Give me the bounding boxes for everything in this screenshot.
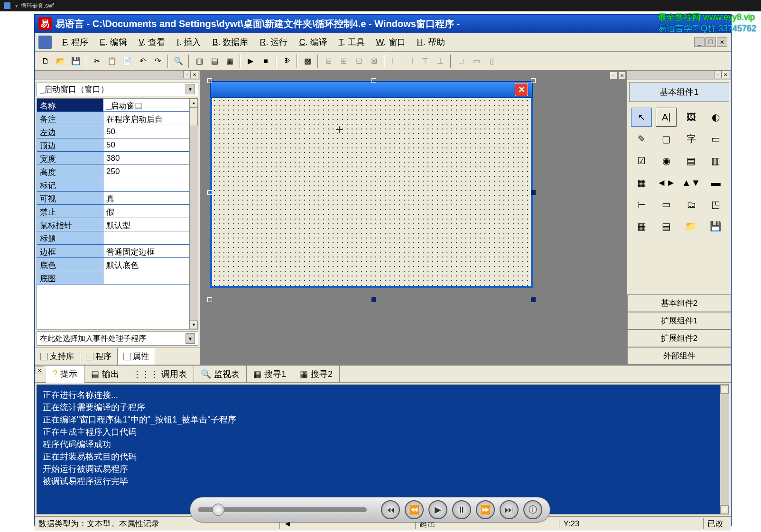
progress-icon[interactable]: ▬ bbox=[705, 173, 726, 192]
select-list-icon[interactable]: ▦ bbox=[631, 173, 652, 192]
resize-handle[interactable] bbox=[371, 78, 376, 83]
property-row[interactable]: 鼠标指针默认型 bbox=[37, 218, 198, 231]
resize-handle[interactable] bbox=[371, 297, 376, 302]
property-value[interactable]: 真 bbox=[103, 192, 198, 204]
panel-dock-icon[interactable]: ▫ bbox=[183, 71, 191, 78]
resize-handle[interactable] bbox=[531, 190, 536, 195]
property-row[interactable]: 边框普通固定边框 bbox=[37, 245, 198, 258]
property-row[interactable]: 标题 bbox=[37, 231, 198, 245]
resize-handle[interactable] bbox=[207, 297, 212, 302]
property-row[interactable]: 标记 bbox=[37, 178, 198, 192]
component-tab-basic2[interactable]: 基本组件2 bbox=[627, 294, 731, 312]
tab-icon[interactable]: ▭ bbox=[656, 195, 677, 214]
property-value[interactable]: 默认底色 bbox=[103, 258, 198, 271]
panel-close-icon[interactable]: ✕ bbox=[191, 71, 198, 78]
extframe-icon[interactable]: ◳ bbox=[705, 195, 726, 214]
new-icon[interactable]: 🗋 bbox=[38, 54, 53, 68]
tab-callstack[interactable]: ⋮⋮⋮调用表 bbox=[126, 366, 194, 382]
property-row[interactable]: 高度250 bbox=[37, 165, 198, 178]
stop-icon[interactable]: ■ bbox=[259, 54, 273, 68]
menu-edit[interactable]: E. 编辑 bbox=[95, 35, 132, 50]
tab-hints[interactable]: ?提示 bbox=[46, 366, 84, 383]
panel-dock-icon[interactable]: ▫ bbox=[714, 71, 722, 78]
component-tab-ext2[interactable]: 扩展组件2 bbox=[627, 330, 731, 347]
slider-icon[interactable]: ⊢ bbox=[631, 195, 652, 214]
design-form-close-icon[interactable]: ✕ bbox=[515, 83, 528, 96]
combobox-icon[interactable]: ▤ bbox=[681, 151, 702, 170]
output-text[interactable]: 正在进行名称连接...正在统计需要编译的子程序正在编译"窗口程序集1"中的"_按… bbox=[37, 385, 729, 514]
property-row[interactable]: 备注在程序启动后自 bbox=[37, 112, 198, 125]
design-form[interactable]: ✕ + bbox=[210, 81, 533, 299]
edit-box-icon[interactable]: A| bbox=[656, 108, 677, 127]
property-value[interactable]: 50 bbox=[103, 125, 198, 138]
menu-window[interactable]: W. 窗口 bbox=[371, 35, 410, 50]
component-tab-external[interactable]: 外部组件 bbox=[627, 347, 731, 365]
seek-thumb[interactable] bbox=[212, 504, 224, 516]
image-icon[interactable]: 🗂 bbox=[681, 195, 702, 214]
listbox-icon[interactable]: ▥ bbox=[705, 151, 726, 170]
property-row[interactable]: 顶边50 bbox=[37, 138, 198, 152]
property-value[interactable] bbox=[103, 271, 198, 284]
property-value[interactable] bbox=[103, 231, 198, 244]
app-menu-icon[interactable] bbox=[38, 36, 52, 49]
layout3-icon[interactable]: ▦ bbox=[223, 54, 237, 68]
tab-output[interactable]: ▤输出 bbox=[84, 366, 126, 382]
title-bar[interactable]: 易 易语言 - C:\Documents and Settings\dywt\桌… bbox=[35, 15, 731, 33]
property-row[interactable]: 名称_启动窗口 bbox=[37, 99, 198, 112]
drive-icon[interactable]: 💾 bbox=[705, 217, 726, 236]
run-icon[interactable]: ▶ bbox=[243, 54, 258, 68]
scroll-up-icon[interactable]: ▲ bbox=[190, 99, 198, 107]
scroll-down-icon[interactable]: ▼ bbox=[190, 321, 198, 329]
dropdown-arrow-icon[interactable]: ▼ bbox=[186, 333, 195, 344]
property-row[interactable]: 禁止假 bbox=[37, 205, 198, 218]
component-tab-basic1[interactable]: 基本组件1 bbox=[629, 82, 729, 102]
property-row[interactable]: 底色默认底色 bbox=[37, 258, 198, 271]
info-button[interactable]: ⓘ bbox=[523, 500, 542, 519]
property-value[interactable]: _启动窗口 bbox=[103, 99, 198, 111]
canvas-dock-icon[interactable]: ▫ bbox=[610, 72, 617, 79]
calendar-icon[interactable]: ▦ bbox=[631, 217, 652, 236]
property-grid[interactable]: 名称_启动窗口备注在程序启动后自左边50顶边50宽度380高度250标记可视真禁… bbox=[37, 98, 198, 330]
folder-icon[interactable]: 📁 bbox=[681, 217, 702, 236]
picture-box-icon[interactable]: 🖼 bbox=[681, 108, 702, 127]
property-row[interactable]: 可视真 bbox=[37, 192, 198, 205]
design-form-body[interactable]: + bbox=[210, 98, 533, 288]
form-designer-canvas[interactable]: ▫ ✕ ✕ + bbox=[201, 71, 627, 365]
object-selector[interactable]: _启动窗口（窗口） ▼ bbox=[37, 82, 198, 96]
canvas-close-icon[interactable]: ✕ bbox=[618, 72, 626, 79]
menu-run[interactable]: R. 运行 bbox=[255, 35, 292, 50]
resize-handle[interactable] bbox=[531, 78, 536, 83]
undo-icon[interactable]: ↶ bbox=[135, 54, 149, 68]
find-icon[interactable]: 🔍 bbox=[171, 54, 186, 68]
pointer-tool-icon[interactable]: ↖ bbox=[631, 108, 652, 127]
prev-button[interactable]: ⏪ bbox=[405, 500, 424, 519]
property-value[interactable]: 在程序启动后自 bbox=[103, 112, 198, 125]
close-button[interactable]: ✕ bbox=[717, 37, 727, 47]
minimize-button[interactable]: _ bbox=[694, 37, 705, 47]
seek-slider[interactable] bbox=[198, 507, 367, 512]
tab-properties[interactable]: 属性 bbox=[118, 348, 155, 365]
tab-search2[interactable]: ▦搜寻2 bbox=[293, 366, 340, 382]
next-button[interactable]: ⏩ bbox=[476, 500, 495, 519]
shape-icon[interactable]: ◐ bbox=[705, 108, 726, 127]
resize-handle[interactable] bbox=[207, 78, 212, 83]
draw-panel-icon[interactable]: ✎ bbox=[631, 129, 652, 148]
menu-view[interactable]: V. 查看 bbox=[134, 35, 170, 50]
tab-program[interactable]: 程序 bbox=[80, 348, 118, 365]
last-button[interactable]: ⏭ bbox=[500, 500, 519, 519]
property-row[interactable]: 底图 bbox=[37, 271, 198, 284]
property-row[interactable]: 左边50 bbox=[37, 125, 198, 138]
redo-icon[interactable]: ↷ bbox=[150, 54, 165, 68]
checkbox-icon[interactable]: ☑ bbox=[631, 151, 652, 170]
vscroll-icon[interactable]: ▲▼ bbox=[681, 173, 702, 192]
restore-button[interactable]: ❐ bbox=[705, 37, 716, 47]
open-icon[interactable]: 📂 bbox=[54, 54, 68, 68]
event-selector[interactable]: 在此处选择加入事件处理子程序 ▼ bbox=[37, 331, 198, 346]
menu-database[interactable]: B. 数据库 bbox=[207, 35, 253, 50]
radio-icon[interactable]: ◉ bbox=[656, 151, 677, 170]
property-value[interactable]: 380 bbox=[103, 152, 198, 165]
scroll-up-icon[interactable]: ▲ bbox=[720, 385, 729, 394]
button-icon[interactable]: ▭ bbox=[705, 129, 726, 148]
menu-insert[interactable]: I. 插入 bbox=[172, 35, 205, 50]
cut-icon[interactable]: ✂ bbox=[90, 54, 104, 68]
